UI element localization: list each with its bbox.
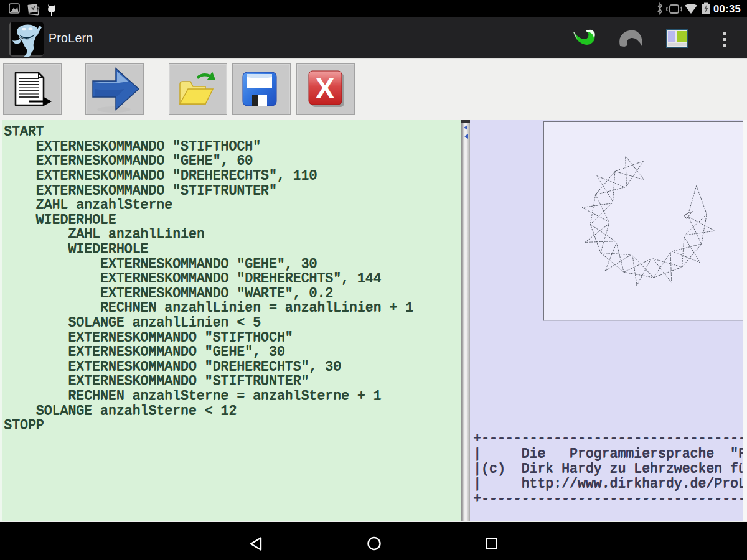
svg-text:X: X [316, 72, 335, 105]
svg-text:00:35: 00:35 [713, 3, 741, 14]
